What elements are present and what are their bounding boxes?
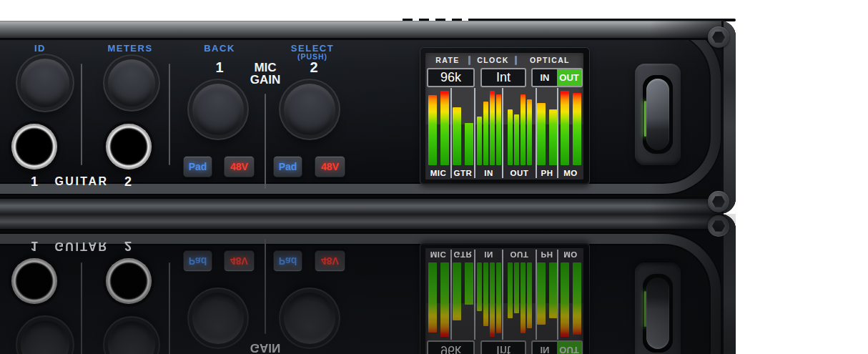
meter-label: MIC [425, 250, 451, 259]
phantom-48v-button-2[interactable]: 48V [315, 156, 345, 177]
reflection-fade [0, 214, 736, 354]
jack2-number: 2 [118, 238, 138, 253]
meter-bar [496, 262, 501, 333]
meter-group-gtr: GTR [451, 248, 475, 340]
pad-button-1[interactable]: Pad [183, 156, 212, 177]
chassis-top-strip [0, 21, 736, 40]
mic-gain-knob-1 [192, 292, 244, 344]
right-corner-shading [650, 214, 736, 354]
pad-button-2[interactable]: Pad [273, 156, 302, 177]
back-label: BACK [184, 43, 255, 54]
meter-bar [508, 262, 513, 318]
meter-label: OUT [503, 169, 536, 177]
meter-bar [496, 94, 501, 165]
meter-separator [502, 250, 503, 340]
gain-channel-1-number: 1 [209, 59, 230, 76]
scene: ID METERS 1 GUITAR 2 BACK SELECT (PUSH) … [0, 0, 868, 354]
guitar-input-jack-1 [11, 258, 57, 304]
meter-bar [508, 109, 513, 165]
meter-bar [527, 262, 532, 328]
panel-bezel [0, 234, 721, 354]
pad-button-2: Pad [273, 250, 302, 272]
meter-bar [490, 262, 495, 337]
guitar-input-jack-1 [11, 124, 57, 169]
meter-bars [503, 262, 536, 340]
meter-bars [425, 88, 451, 165]
pad-button-1: Pad [183, 250, 212, 272]
id-knob[interactable] [21, 59, 69, 107]
meter-bars [558, 262, 583, 340]
power-rocker[interactable] [646, 79, 669, 150]
meter-bar [490, 91, 495, 165]
rack-ear [721, 21, 736, 214]
meter-bar [573, 262, 581, 335]
meter-label: MO [558, 169, 583, 177]
meter-separator [450, 250, 452, 340]
sample-rate-value: 96k [427, 340, 475, 354]
optical-out-cell-active: OUT [557, 342, 581, 354]
meter-label: MO [558, 250, 583, 259]
meter-bar [477, 262, 482, 311]
meter-bar [514, 262, 519, 313]
front-panel-face: ID METERS 1 GUITAR 2 BACK SELECT (PUSH) … [0, 40, 736, 197]
meter-bar [453, 107, 461, 165]
separator-id-meters [81, 64, 82, 165]
mic-gain-knob-2[interactable] [284, 84, 335, 135]
meter-bar [428, 262, 437, 333]
meter-group-ph: PH [536, 248, 558, 340]
jack1-number: 1 [24, 238, 44, 253]
meter-bar [483, 102, 488, 165]
meter-bars [451, 88, 475, 165]
separator-micgain-channels [265, 94, 266, 189]
phantom-48v-button-1[interactable]: 48V [224, 156, 255, 177]
meter-separator [557, 250, 558, 340]
guitar-label: GUITAR [46, 240, 117, 252]
meter-bar [428, 95, 437, 165]
rate-header: RATE [425, 56, 470, 66]
separator-id-meters [81, 262, 82, 354]
power-switch[interactable] [635, 64, 681, 165]
meter-separator [536, 250, 537, 340]
power-led [644, 291, 646, 327]
meter-label: GTR [451, 250, 475, 259]
guitar-input-jack-2 [106, 258, 152, 304]
separator-meters-micgain [169, 64, 170, 165]
jack2-number: 2 [118, 174, 138, 190]
clock-source-value: Int [480, 68, 526, 87]
meter-bars [558, 88, 583, 165]
optical-in-out-indicator: IN OUT [531, 68, 583, 87]
meter-group-in: IN [475, 248, 503, 340]
separator-meters-micgain [169, 262, 170, 354]
meter-group-out: OUT [503, 248, 536, 340]
phantom-48v-button-1: 48V [224, 250, 255, 272]
power-rocker [646, 277, 669, 349]
meter-group-gtr: GTR [451, 88, 475, 180]
meter-separator [474, 250, 475, 340]
meter-bar [521, 94, 526, 165]
header-separator [515, 56, 517, 65]
meters-label: METERS [94, 43, 166, 54]
meter-group-mo: MO [558, 248, 583, 340]
meter-label: GTR [451, 169, 475, 177]
meters-knob[interactable] [108, 59, 155, 107]
clock-source-value: Int [480, 340, 526, 354]
mic-gain-label: MICGAIN [244, 342, 287, 354]
meter-bar [537, 262, 546, 325]
meter-label: PH [536, 250, 558, 259]
mic-gain-knob-1[interactable] [192, 84, 244, 135]
id-label: ID [19, 43, 61, 54]
lcd-display: RATE CLOCK OPTICAL 96k Int IN OUT MICGTR… [420, 243, 589, 354]
meter-bar [561, 91, 569, 165]
header-separator [468, 56, 470, 65]
meter-bar [453, 262, 461, 320]
chassis-bottom-strip [0, 214, 736, 231]
front-panel-face: ID METERS 1 GUITAR 2 BACK SELECT (PUSH) … [0, 231, 736, 354]
meter-label: OUT [503, 250, 536, 259]
meter-bars [451, 262, 475, 340]
meter-bars [425, 262, 451, 340]
mic-gain-label: MICGAIN [244, 62, 287, 86]
meter-bar [465, 262, 473, 305]
meter-bar [440, 91, 449, 165]
meter-bar [477, 117, 482, 165]
mic-gain-line2: GAIN [250, 341, 281, 354]
